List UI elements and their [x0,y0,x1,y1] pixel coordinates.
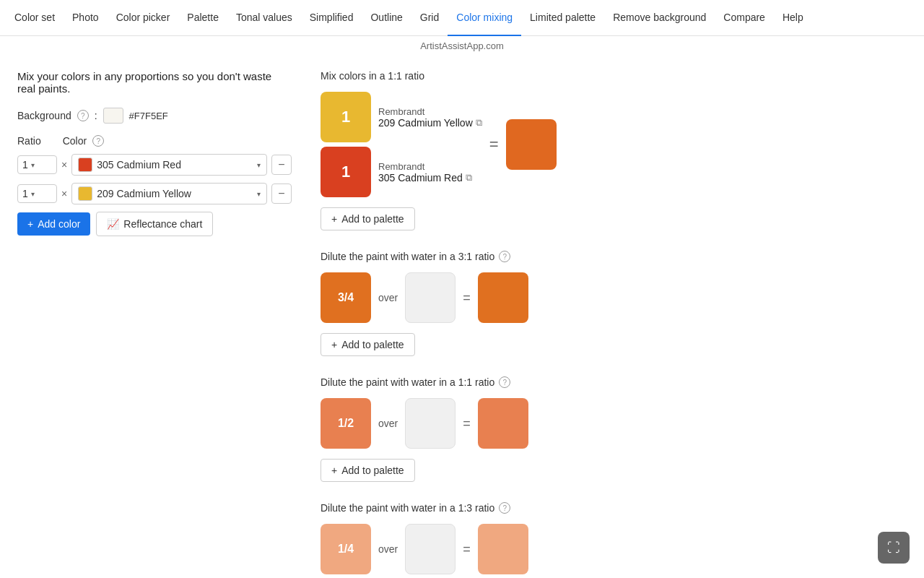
water-swatch-2 [405,524,456,574]
add-color-label: Add color [38,218,80,230]
nav-item-help[interactable]: Help [774,0,812,36]
mix-ratio-1: 1 [341,108,350,126]
dilute-help-icon-2[interactable]: ? [499,502,510,514]
nav-item-simplified[interactable]: Simplified [301,0,362,36]
dilute-title-text-1: Dilute the paint with water in a 1:1 rat… [321,376,494,388]
right-panel: Mix colors in a 1:1 ratio 1 Rembrandt 20… [321,70,907,578]
nav-item-limited-palette[interactable]: Limited palette [521,0,604,36]
over-text-2: over [378,543,398,555]
mix-color-2-info: Rembrandt 305 Cadmium Red ⧉ [378,161,472,184]
edit-icon-1[interactable]: ⧉ [476,117,482,129]
dilute-block-2: 1/4 [321,524,371,574]
times-sign-0: × [61,159,67,171]
mix-ratio-2: 1 [341,163,350,181]
dilute-section-2: Dilute the paint with water in a 1:3 rat… [321,502,907,578]
color-swatch-1 [78,186,92,201]
remove-button-1[interactable]: − [271,184,292,204]
mix-name-1: 209 Cadmium Yellow ⧉ [378,117,482,129]
dilute-title-text-2: Dilute the paint with water in a 1:3 rat… [321,502,494,514]
nav-item-palette[interactable]: Palette [178,0,227,36]
nav-item-photo[interactable]: Photo [64,0,108,36]
plus-icon-dilute-0: + [331,339,337,350]
color-swatch-0 [78,158,92,172]
ratio-label: Ratio [17,135,41,147]
mix-color-1-info: Rembrandt 209 Cadmium Yellow ⧉ [378,106,482,129]
chart-icon: 📈 [107,218,119,230]
nav-item-tonal-values[interactable]: Tonal values [227,0,301,36]
nav-item-outline[interactable]: Outline [362,0,411,36]
remove-button-0[interactable]: − [271,155,292,175]
background-label: Background [17,110,71,121]
color-select-0[interactable]: 305 Cadmium Red ▾ [71,154,267,176]
dilute-title-text-0: Dilute the paint with water in a 3:1 rat… [321,251,494,262]
dilute-block-1: 1/2 [321,398,371,449]
nav-item-grid[interactable]: Grid [411,0,448,36]
dilute-fraction-0: 3/4 [338,291,354,304]
page-title: Mix your colors in any proportions so yo… [17,70,292,95]
dilute-result-2 [478,524,528,574]
fullscreen-icon: ⛶ [887,540,900,556]
ratio-value-0: 1 [22,159,28,171]
color-help-icon[interactable]: ? [92,135,104,147]
color-select-1[interactable]: 209 Cadmium Yellow ▾ [71,183,267,204]
background-help-icon[interactable]: ? [77,110,89,121]
mix-color-2-block: 1 [321,147,371,197]
add-color-button[interactable]: + Add color [17,212,90,236]
chevron-down-icon-1: ▾ [31,190,35,198]
ratio-select-1[interactable]: 1 ▾ [17,184,57,203]
left-panel: Mix your colors in any proportions so yo… [17,70,292,578]
edit-icon-2[interactable]: ⧉ [466,172,472,184]
mix-result-swatch [506,119,557,170]
color-chevron-1: ▾ [257,190,261,198]
dilute-help-icon-1[interactable]: ? [499,376,510,388]
add-palette-label-dilute-0: Add to palette [341,339,404,350]
dilute-result-1 [478,398,528,449]
dilute-section-0: Dilute the paint with water in a 3:1 rat… [321,251,907,356]
background-hex: #F7F5EF [129,111,168,121]
nav-item-color-mixing[interactable]: Color mixing [448,0,521,36]
mix-section: Mix colors in a 1:1 ratio 1 Rembrandt 20… [321,70,907,230]
nav-item-compare[interactable]: Compare [715,0,774,36]
dilute-row-0: 3/4 over = [321,272,907,323]
button-row: + Add color 📈 Reflectance chart [17,212,292,236]
color-label: Color [63,135,87,147]
ratio-value-1: 1 [22,188,28,199]
plus-icon: + [27,218,33,230]
mix-brand-2: Rembrandt [378,161,472,172]
add-palette-label-mix: Add to palette [341,213,404,225]
fullscreen-button[interactable]: ⛶ [878,532,910,564]
nav-item-color-picker[interactable]: Color picker [108,0,179,36]
nav-item-color-set[interactable]: Color set [6,0,64,36]
mix-name-2: 305 Cadmium Red ⧉ [378,172,472,184]
ratio-select-0[interactable]: 1 ▾ [17,155,57,174]
reflectance-label: Reflectance chart [123,218,202,230]
color-row-0: 1 ▾ × 305 Cadmium Red ▾ − [17,154,292,176]
add-palette-button-mix[interactable]: + Add to palette [321,207,415,230]
mix-result-row: 1 Rembrandt 209 Cadmium Yellow ⧉ 1 [321,92,907,197]
mix-section-title: Mix colors in a 1:1 ratio [321,70,907,82]
dilute-block-0: 3/4 [321,272,371,323]
dilute-help-icon-0[interactable]: ? [499,251,510,262]
color-row-1: 1 ▾ × 209 Cadmium Yellow ▾ − [17,183,292,204]
add-palette-button-dilute-0[interactable]: + Add to palette [321,333,415,356]
dilute-row-2: 1/4 over = [321,524,907,574]
main-nav: Color setPhotoColor pickerPaletteTonal v… [0,0,924,36]
equals-dilute-0: = [463,290,471,306]
plus-icon-mix: + [331,213,337,225]
nav-item-remove-background[interactable]: Remove background [604,0,715,36]
dilute-title-0: Dilute the paint with water in a 3:1 rat… [321,251,907,262]
dilute-title-2: Dilute the paint with water in a 1:3 rat… [321,502,907,514]
reflectance-chart-button[interactable]: 📈 Reflectance chart [96,212,213,236]
background-color-swatch[interactable] [103,108,123,124]
ratio-header: Ratio Color ? [17,135,292,147]
mix-brand-1: Rembrandt [378,106,482,117]
dilute-title-1: Dilute the paint with water in a 1:1 rat… [321,376,907,388]
dilute-section-1: Dilute the paint with water in a 1:1 rat… [321,376,907,482]
color-chevron-0: ▾ [257,161,261,169]
color-name-0: 305 Cadmium Red [97,159,181,171]
times-sign-1: × [61,188,67,199]
add-palette-button-dilute-1[interactable]: + Add to palette [321,459,415,482]
equals-dilute-1: = [463,416,471,431]
dilute-fraction-2: 1/4 [338,543,354,556]
equals-sign-mix: = [489,135,499,154]
